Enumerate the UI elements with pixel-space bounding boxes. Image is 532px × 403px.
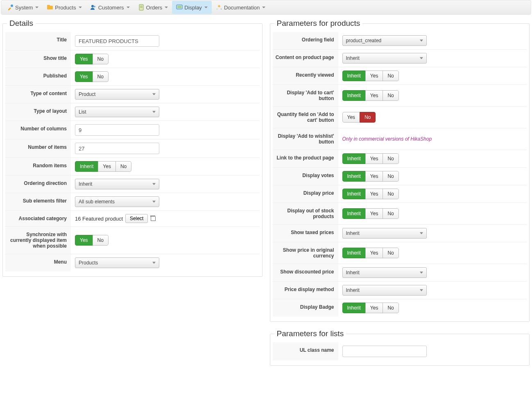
svg-rect-2 xyxy=(47,5,50,6)
toggle-random-items-yes[interactable]: Yes xyxy=(98,161,116,172)
toggle-synchronize-no[interactable]: No xyxy=(93,235,109,246)
toggle-display-votes-no[interactable]: No xyxy=(383,171,398,182)
toggle-recently-viewed: Inherit Yes No xyxy=(342,71,399,81)
toggle-synchronize-yes[interactable]: Yes xyxy=(75,235,93,246)
input-ul-class-name[interactable] xyxy=(342,346,427,357)
toggle-display-out-of-stock-yes[interactable]: Yes xyxy=(365,208,383,219)
select-sub-elements-filter[interactable]: All sub elements xyxy=(75,196,159,207)
menu-label: Customers xyxy=(98,5,124,11)
toggle-link-to-product-page: Inherit Yes No xyxy=(342,153,399,164)
legend-params-products: Parameters for products xyxy=(274,19,363,28)
toggle-show-title: Yes No xyxy=(75,54,109,64)
toggle-random-items-inherit[interactable]: Inherit xyxy=(75,161,98,172)
label-type-content: Type of content xyxy=(5,86,71,103)
toggle-link-to-product-page-yes[interactable]: Yes xyxy=(365,153,383,164)
label-title: Title xyxy=(5,32,71,50)
label-quantity-on-add-to-cart: Quantity field on 'Add to cart' button xyxy=(273,107,338,128)
label-link-to-product-page: Link to the product page xyxy=(273,150,338,167)
svg-point-3 xyxy=(91,5,94,7)
menu-system[interactable]: System xyxy=(3,1,43,14)
toggle-display-add-to-cart-no[interactable]: No xyxy=(383,90,398,101)
toggle-display-badge-yes[interactable]: Yes xyxy=(365,303,383,313)
toggle-recently-viewed-no[interactable]: No xyxy=(383,71,398,81)
svg-point-0 xyxy=(11,5,13,7)
toggle-show-price-original-currency-yes[interactable]: Yes xyxy=(365,248,383,258)
toggle-display-badge: Inherit Yes No xyxy=(342,303,399,313)
label-ul-class-name: UL class name xyxy=(273,342,338,360)
legend-params-lists: Parameters for lists xyxy=(274,329,346,338)
label-ordering-field: Ordering field xyxy=(273,32,338,49)
toggle-display-add-to-cart-yes[interactable]: Yes xyxy=(365,90,383,101)
svg-rect-1 xyxy=(47,6,53,9)
input-num-columns[interactable] xyxy=(75,124,159,136)
label-display-badge: Display Badge xyxy=(273,299,338,316)
toggle-display-price-yes[interactable]: Yes xyxy=(365,189,383,199)
select-price-display-method[interactable]: Inherit xyxy=(342,285,427,296)
toggle-random-items: Inherit Yes No xyxy=(75,161,131,172)
trash-icon[interactable] xyxy=(150,216,155,221)
toggle-recently-viewed-inherit[interactable]: Inherit xyxy=(342,71,366,81)
label-display-votes: Display votes xyxy=(273,168,338,185)
toggle-random-items-no[interactable]: No xyxy=(115,161,131,172)
chevron-down-icon xyxy=(204,7,208,8)
toggle-display-out-of-stock-no[interactable]: No xyxy=(383,208,398,219)
menu-documentation[interactable]: Documentation xyxy=(212,1,269,14)
menu-display[interactable]: Display xyxy=(172,1,212,14)
select-show-taxed-prices[interactable]: Inherit xyxy=(342,228,427,239)
main-menubar: System Products Customers Orders Display… xyxy=(1,0,531,15)
label-display-add-to-wishlist: Display 'Add to wishlist' button xyxy=(273,128,338,150)
label-sub-elements-filter: Sub elements filter xyxy=(5,193,71,210)
toggle-published-no[interactable]: No xyxy=(93,71,109,82)
toggle-display-price-inherit[interactable]: Inherit xyxy=(342,189,366,199)
input-title[interactable] xyxy=(75,35,159,47)
select-show-discounted-price[interactable]: Inherit xyxy=(342,267,427,278)
toggle-show-title-no[interactable]: No xyxy=(93,54,109,64)
sparkle-icon xyxy=(216,4,222,11)
toggle-display-votes-inherit[interactable]: Inherit xyxy=(342,171,366,182)
toggle-display-out-of-stock-inherit[interactable]: Inherit xyxy=(342,208,366,219)
toggle-display-add-to-cart: Inherit Yes No xyxy=(342,90,399,101)
chevron-down-icon xyxy=(35,7,38,8)
toggle-link-to-product-page-inherit[interactable]: Inherit xyxy=(342,153,366,164)
folder-icon xyxy=(47,4,53,11)
chevron-down-icon xyxy=(79,7,82,8)
chevron-down-icon xyxy=(165,7,168,8)
label-random-items: Random items xyxy=(5,158,71,175)
label-type-layout: Type of layout xyxy=(5,103,71,121)
toggle-show-title-yes[interactable]: Yes xyxy=(75,54,93,64)
toggle-display-badge-no[interactable]: No xyxy=(383,303,398,313)
menu-label: Documentation xyxy=(224,5,260,11)
select-category-button[interactable]: Select xyxy=(125,214,148,223)
select-content-on-product-page[interactable]: Inherit xyxy=(342,53,427,64)
toggle-show-price-original-currency-inherit[interactable]: Inherit xyxy=(342,248,366,258)
menu-customers[interactable]: Customers xyxy=(86,1,134,14)
label-display-out-of-stock: Display out of stock products xyxy=(273,203,338,224)
toggle-show-price-original-currency-no[interactable]: No xyxy=(383,248,398,258)
toggle-quantity-on-add-to-cart-yes[interactable]: Yes xyxy=(342,112,360,123)
toggle-display-votes-yes[interactable]: Yes xyxy=(365,171,383,182)
select-ordering-direction[interactable]: Inherit xyxy=(75,179,159,189)
select-menu[interactable]: Products xyxy=(75,257,159,268)
toggle-display-badge-inherit[interactable]: Inherit xyxy=(342,303,366,313)
toggle-display-votes: Inherit Yes No xyxy=(342,171,399,182)
toggle-quantity-on-add-to-cart-no[interactable]: No xyxy=(360,112,376,123)
label-num-items: Number of items xyxy=(5,139,71,157)
menu-orders[interactable]: Orders xyxy=(134,1,172,14)
select-type-content[interactable]: Product xyxy=(75,89,159,100)
label-num-columns: Number of columns xyxy=(5,121,71,139)
label-price-display-method: Price display method xyxy=(273,282,338,299)
input-num-items[interactable] xyxy=(75,143,159,154)
label-ordering-direction: Ordering direction xyxy=(5,175,71,193)
document-icon xyxy=(138,4,145,11)
toggle-published-yes[interactable]: Yes xyxy=(75,71,93,82)
toggle-display-add-to-cart-inherit[interactable]: Inherit xyxy=(342,90,366,101)
toggle-recently-viewed-yes[interactable]: Yes xyxy=(365,71,383,81)
toggle-quantity-on-add-to-cart: Yes No xyxy=(342,112,376,123)
select-ordering-field[interactable]: product_created xyxy=(342,35,427,46)
toggle-display-price-no[interactable]: No xyxy=(383,189,398,199)
select-type-layout[interactable]: List xyxy=(75,107,159,117)
chevron-down-icon xyxy=(127,7,130,8)
menu-label: Display xyxy=(184,5,202,11)
toggle-link-to-product-page-no[interactable]: No xyxy=(383,153,398,164)
menu-products[interactable]: Products xyxy=(43,1,86,14)
